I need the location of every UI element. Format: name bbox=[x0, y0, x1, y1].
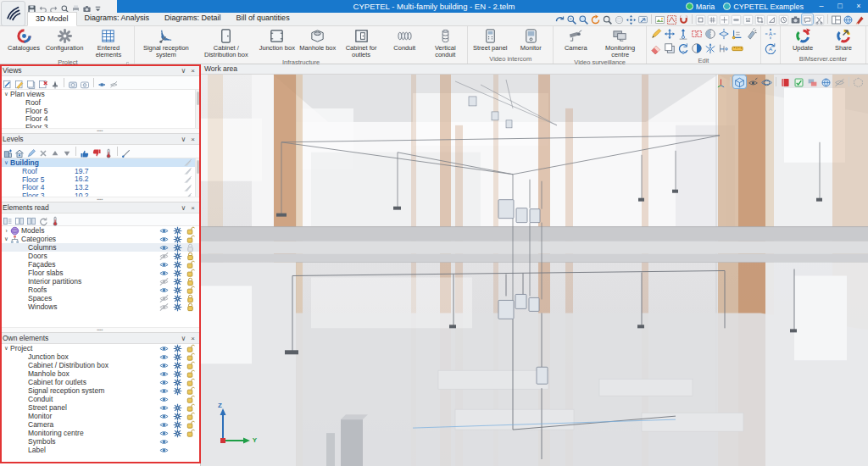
previous-view-icon[interactable] bbox=[637, 14, 648, 25]
rotate-button[interactable] bbox=[677, 42, 689, 54]
collapse-icon[interactable]: ∨ bbox=[179, 203, 188, 213]
conduit-button[interactable]: Conduit bbox=[384, 27, 425, 52]
entered-elements-button[interactable]: Entered elements bbox=[85, 27, 132, 58]
show-views-icon[interactable] bbox=[97, 78, 108, 88]
default-view-icon[interactable] bbox=[50, 78, 60, 88]
expander-icon[interactable]: ∨ bbox=[3, 91, 10, 97]
copy-button[interactable] bbox=[664, 42, 676, 54]
view-eye-icon[interactable] bbox=[747, 75, 760, 88]
move-text-button[interactable]: A bbox=[765, 28, 776, 40]
view-sphere-icon[interactable] bbox=[820, 75, 832, 88]
erase-button[interactable] bbox=[650, 42, 662, 54]
dimension-reference-button[interactable] bbox=[718, 42, 730, 54]
save-icon[interactable] bbox=[27, 2, 36, 11]
accept-icon[interactable] bbox=[80, 147, 90, 157]
clock-icon[interactable] bbox=[778, 14, 789, 25]
own-elements-row-manhole-box[interactable]: Manhole box bbox=[0, 369, 200, 378]
levels-row-floor-4[interactable]: Floor 413.2 bbox=[0, 183, 200, 191]
edit-level-icon[interactable] bbox=[26, 147, 36, 157]
undo-icon[interactable] bbox=[38, 2, 47, 11]
tab-3d-model[interactable]: 3D Model bbox=[27, 12, 77, 26]
views-row-floor-5[interactable]: Floor 5 bbox=[0, 107, 200, 115]
import-template-icon[interactable] bbox=[666, 14, 677, 25]
minimize-button[interactable]: – bbox=[812, 0, 831, 13]
set-square-icon[interactable] bbox=[766, 14, 777, 25]
levels-row-floor-5[interactable]: Floor 516.2 bbox=[0, 175, 200, 184]
window-layout-icon[interactable] bbox=[831, 14, 842, 25]
own-elements-row-symbols[interactable]: Symbols bbox=[0, 437, 200, 446]
orbit-icon[interactable] bbox=[554, 14, 565, 25]
elements-read-row-columns[interactable]: Columns bbox=[0, 243, 200, 252]
cabinet-for-outlets-button[interactable]: Cabinet for outlets bbox=[338, 27, 384, 58]
crop-icon[interactable] bbox=[754, 14, 765, 25]
symmetry-move-button[interactable] bbox=[691, 42, 703, 54]
elements-read-row-floor-slabs[interactable]: Floor slabs bbox=[0, 269, 200, 277]
scrollbar[interactable] bbox=[195, 158, 200, 197]
refresh-icon[interactable] bbox=[38, 214, 48, 225]
view-orbit-icon[interactable] bbox=[760, 75, 773, 88]
ortho-icon[interactable] bbox=[695, 14, 706, 25]
redraw-icon[interactable] bbox=[590, 14, 601, 25]
zoom-icon[interactable] bbox=[60, 2, 70, 11]
share-button[interactable]: Share bbox=[823, 27, 864, 52]
elements-read-row-doors[interactable]: Doors bbox=[0, 252, 200, 260]
rotate-text-button[interactable]: A bbox=[765, 42, 776, 54]
keyboard-icon[interactable] bbox=[743, 14, 754, 25]
zoom-window-icon[interactable] bbox=[566, 14, 577, 25]
app-logo-icon[interactable] bbox=[1, 1, 25, 26]
styles-icon[interactable] bbox=[854, 14, 865, 25]
own-elements-row-cabinet-distribution-box[interactable]: Cabinet / Distribution box bbox=[0, 361, 200, 369]
own-elements-row-conduit[interactable]: Conduit bbox=[0, 395, 200, 403]
annotation-icon[interactable] bbox=[802, 14, 813, 25]
align-reference-button[interactable] bbox=[732, 28, 743, 40]
catalogues-button[interactable]: Catalogues bbox=[3, 27, 44, 52]
own-elements-row-cabinet-for-outlets[interactable]: Cabinet for outlets bbox=[0, 378, 200, 386]
expander-icon[interactable]: › bbox=[3, 228, 10, 234]
scrollbar[interactable] bbox=[195, 90, 200, 128]
update-button[interactable]: Update bbox=[782, 27, 823, 52]
point-snap-icon[interactable] bbox=[719, 14, 730, 25]
edit-button[interactable] bbox=[650, 28, 662, 40]
capture-icon[interactable] bbox=[790, 14, 801, 25]
symmetry-copy-button[interactable] bbox=[704, 28, 716, 40]
own-elements-row-signal-reception-system[interactable]: Signal reception system bbox=[0, 386, 200, 395]
elements-read-row-categories[interactable]: ∨Categories bbox=[0, 235, 200, 243]
own-elements-row-monitoring-centre[interactable]: Monitoring centre bbox=[0, 429, 200, 437]
visibility-toggle-icon[interactable] bbox=[159, 302, 169, 312]
own-elements-row-project[interactable]: ∨Project bbox=[0, 344, 200, 352]
grid-icon[interactable] bbox=[707, 14, 718, 25]
expander-icon[interactable]: ∨ bbox=[3, 345, 10, 352]
column-view-3-icon[interactable] bbox=[26, 214, 36, 225]
move-down-icon[interactable] bbox=[62, 147, 72, 157]
own-elements-row-monitor[interactable]: Monitor bbox=[0, 412, 200, 420]
manhole-box-button[interactable]: Manhole box bbox=[298, 27, 338, 52]
duplicate-view-icon[interactable] bbox=[26, 78, 36, 88]
cabinet-distribution-box-button[interactable]: Cabinet / Distribution box bbox=[196, 27, 257, 58]
background-image-icon[interactable] bbox=[654, 14, 665, 25]
account-button[interactable]: CYPETEL Examples bbox=[723, 3, 804, 11]
maximize-button[interactable]: □ bbox=[831, 0, 849, 13]
move-up-icon[interactable] bbox=[50, 147, 60, 157]
3d-viewport[interactable]: Z Y bbox=[201, 75, 868, 466]
edit-view-icon[interactable] bbox=[14, 78, 25, 88]
pan-icon[interactable] bbox=[626, 14, 637, 25]
monitoring-centre-button[interactable]: Monitoring centre bbox=[596, 27, 644, 58]
elements-read-row-windows[interactable]: Windows bbox=[0, 302, 200, 311]
snap-icon[interactable] bbox=[678, 14, 689, 25]
collapse-icon[interactable]: ∨ bbox=[179, 135, 188, 144]
vertical-conduit-button[interactable]: Vertical conduit bbox=[425, 27, 465, 58]
elements-read-row-interior-partitions[interactable]: Interior partitions bbox=[0, 277, 200, 286]
views-row-floor-4[interactable]: Floor 4 bbox=[0, 114, 200, 123]
axes-icon[interactable] bbox=[715, 75, 727, 88]
copy-array-button[interactable] bbox=[691, 28, 703, 40]
measure-ruler-button[interactable] bbox=[732, 42, 743, 54]
expander-icon[interactable]: ∨ bbox=[3, 236, 10, 242]
own-elements-row-camera[interactable]: Camera bbox=[0, 420, 200, 429]
flatten-button[interactable] bbox=[718, 28, 730, 40]
collapse-icon[interactable]: ∨ bbox=[179, 334, 188, 343]
display-options-icon[interactable] bbox=[173, 302, 182, 312]
visibility-toggle-icon[interactable] bbox=[159, 446, 169, 455]
tab-bill-of-quantities[interactable]: Bill of quantities bbox=[229, 12, 298, 25]
close-icon[interactable]: × bbox=[188, 203, 198, 213]
dialog-launcher-icon[interactable] bbox=[125, 56, 132, 63]
